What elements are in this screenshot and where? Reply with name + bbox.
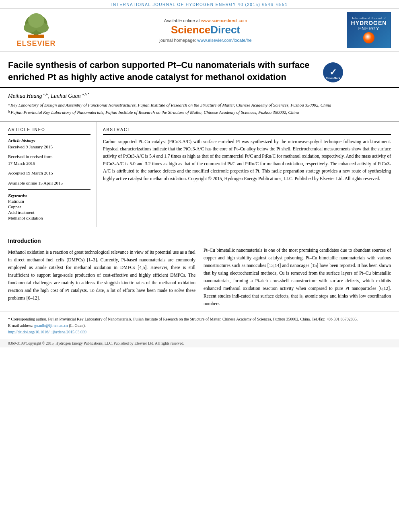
authors-list: Meihua Huang a,b, Lunhui Guan a,b,*	[8, 92, 391, 99]
keyword-4: Methanol oxidation	[8, 216, 90, 220]
email-person: (L. Guan).	[69, 323, 86, 328]
author1-affil-sup: a,b	[43, 92, 48, 96]
journal-header: INTERNATIONAL JOURNAL OF HYDROGEN ENERGY…	[0, 0, 399, 8]
journal-homepage-label: journal homepage:	[159, 38, 196, 43]
logo-banner: ELSEVIER Available online at www.science…	[0, 8, 399, 52]
keyword-2: Copper	[8, 204, 90, 209]
journal-homepage-link[interactable]: www.elsevier.com/locate/he	[197, 38, 252, 43]
info-abstract-area: ARTICLE INFO Article history: Received 9…	[0, 121, 399, 227]
email-footnote: E-mail address: guanlh@fjirsm.ac.cn (L. …	[8, 322, 391, 329]
author2-name: Lunhui Guan	[51, 93, 80, 99]
accepted-date: Accepted 19 March 2015	[8, 170, 90, 177]
corresponding-footnote: * Corresponding author. Fujian Provincia…	[8, 316, 391, 322]
sciencedirect-sci-part: Science	[171, 24, 210, 36]
article-info-divider	[8, 134, 90, 135]
svg-text:CrossMark: CrossMark	[325, 77, 340, 80]
corresponding-label: * Corresponding author. Fujian Provincia…	[8, 317, 358, 321]
hydrogen-intl-label: International Journal of	[352, 17, 385, 20]
abstract-section: ABSTRACT Carbon supported Pt–Cu catalyst…	[97, 122, 391, 227]
revised-date-text: 17 March 2015	[8, 161, 35, 166]
affil-b-text: Fujian Provincial Key Laboratory of Nano…	[11, 109, 299, 116]
hydrogen-energy-icon	[363, 32, 374, 43]
elsevier-tree-icon	[18, 12, 54, 39]
email-link[interactable]: guanlh@fjirsm.ac.cn	[34, 323, 68, 328]
affiliation-a: a Key Laboratory of Design and Assembly …	[8, 102, 391, 109]
crossmark-icon: ✓ CrossMark	[323, 62, 343, 82]
svg-point-4	[28, 13, 44, 28]
abstract-text: Carbon supported Pt–Cu catalyst (PtCu3-A…	[103, 138, 391, 182]
affil-b-sup: b	[8, 109, 10, 115]
sciencedirect-direct-part: Direct	[210, 24, 240, 36]
doi-link[interactable]: http://dx.doi.org/10.1016/j.ijhydene.201…	[8, 330, 86, 334]
svg-text:✓: ✓	[329, 67, 337, 77]
hydrogen-energy-logo: International Journal of HYDROGEN ENERGY	[347, 12, 391, 48]
affil-a-sup: a	[8, 102, 10, 107]
author2-affil-sup: a,b,*	[82, 92, 89, 96]
introduction-section: Introduction Methanol oxidation is a rea…	[0, 227, 399, 308]
introduction-two-col: Introduction Methanol oxidation is a rea…	[8, 234, 391, 308]
keyword-1: Platinum	[8, 199, 90, 203]
received-date: Received 9 January 2015	[8, 144, 90, 150]
elsevier-logo: ELSEVIER	[8, 12, 64, 48]
article-info-column: ARTICLE INFO Article history: Received 9…	[8, 122, 97, 227]
hydrogen-e-label: ENERGY	[358, 26, 379, 31]
intro-left-text: Methanol oxidation is a reaction of grea…	[8, 249, 195, 302]
sciencedirect-logo: ScienceDirect	[64, 24, 347, 36]
article-title: Facile synthesis of carbon supported Pt–…	[8, 59, 322, 83]
copyright-text: 0360-3199/Copyright © 2015, Hydrogen Ene…	[8, 341, 184, 345]
article-info-heading: ARTICLE INFO	[8, 127, 90, 132]
svg-rect-5	[28, 35, 44, 38]
intro-col-right: Pt–Cu bimetallic nanomaterials is one of…	[204, 234, 391, 308]
authors-section: Meihua Huang a,b, Lunhui Guan a,b,* a Ke…	[0, 88, 399, 120]
revised-label: Received in revised form 17 March 2015	[8, 153, 90, 166]
history-label: Article history:	[8, 138, 90, 143]
affil-a-text: Key Laboratory of Design and Assembly of…	[10, 102, 331, 109]
author1-name: Meihua Huang	[8, 93, 42, 99]
revised-label-text: Received in revised form	[8, 154, 53, 159]
sciencedirect-url: www.sciencedirect.com	[201, 18, 247, 23]
intro-right-text: Pt–Cu bimetallic nanomaterials is one of…	[204, 246, 391, 308]
center-journal-info: Available online at www.sciencedirect.co…	[64, 18, 347, 43]
available-online-text: Available online at www.sciencedirect.co…	[64, 18, 347, 23]
doi-footnote: http://dx.doi.org/10.1016/j.ijhydene.201…	[8, 329, 391, 335]
available-date: Available online 15 April 2015	[8, 180, 90, 187]
crossmark-badge: ✓ CrossMark	[322, 61, 344, 83]
intro-col-left: Introduction Methanol oxidation is a rea…	[8, 234, 195, 308]
keywords-label: Keywords:	[8, 193, 90, 198]
keywords-section: Keywords: Platinum Copper Acid treatment…	[8, 193, 90, 220]
elsevier-wordmark: ELSEVIER	[16, 39, 56, 48]
title-section: Facile synthesis of carbon supported Pt–…	[0, 52, 399, 88]
hydrogen-h-label: HYDROGEN	[351, 20, 387, 27]
email-label: E-mail address:	[8, 323, 33, 328]
footnote-section: * Corresponding author. Fujian Provincia…	[0, 312, 399, 338]
abstract-divider	[103, 134, 391, 135]
introduction-heading: Introduction	[8, 238, 195, 245]
keyword-3: Acid treatment	[8, 210, 90, 215]
journal-homepage: journal homepage: www.elsevier.com/locat…	[64, 38, 347, 43]
affiliations-list: a Key Laboratory of Design and Assembly …	[8, 102, 391, 116]
copyright-bar: 0360-3199/Copyright © 2015, Hydrogen Ene…	[0, 339, 399, 347]
abstract-heading: ABSTRACT	[103, 127, 391, 132]
keywords-divider	[8, 189, 90, 190]
affiliation-b: b Fujian Provincial Key Laboratory of Na…	[8, 109, 391, 116]
